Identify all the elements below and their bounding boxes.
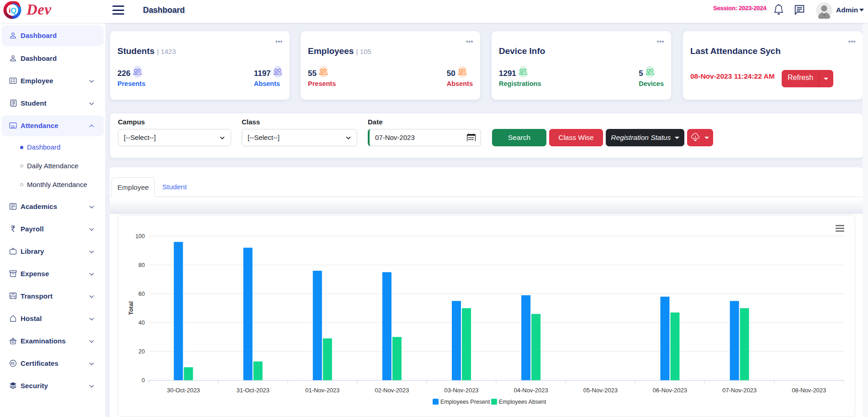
svg-text:Total: Total <box>127 301 134 315</box>
svg-text:Employees Present: Employees Present <box>440 399 490 405</box>
svg-text:30-Oct-2023: 30-Oct-2023 <box>167 387 200 394</box>
svg-text:08-Nov-2023: 08-Nov-2023 <box>792 387 826 394</box>
svg-text:31-Oct-2023: 31-Oct-2023 <box>236 387 269 394</box>
svg-text:01-Nov-2023: 01-Nov-2023 <box>305 387 339 394</box>
svg-text:20: 20 <box>138 348 145 355</box>
svg-text:60: 60 <box>138 291 145 297</box>
svg-text:05-Nov-2023: 05-Nov-2023 <box>583 387 618 394</box>
svg-text:80: 80 <box>138 262 145 268</box>
svg-text:Q: Q <box>11 6 16 15</box>
svg-text:04-Nov-2023: 04-Nov-2023 <box>514 387 548 394</box>
svg-text:02-Nov-2023: 02-Nov-2023 <box>375 387 409 394</box>
svg-text:100: 100 <box>135 233 145 240</box>
svg-text:40: 40 <box>138 320 145 326</box>
svg-text:Employees Absent: Employees Absent <box>499 399 546 405</box>
svg-text:07-Nov-2023: 07-Nov-2023 <box>722 387 757 394</box>
svg-text:03-Nov-2023: 03-Nov-2023 <box>444 387 478 394</box>
svg-text:0: 0 <box>142 377 145 384</box>
svg-text:06-Nov-2023: 06-Nov-2023 <box>653 387 687 394</box>
